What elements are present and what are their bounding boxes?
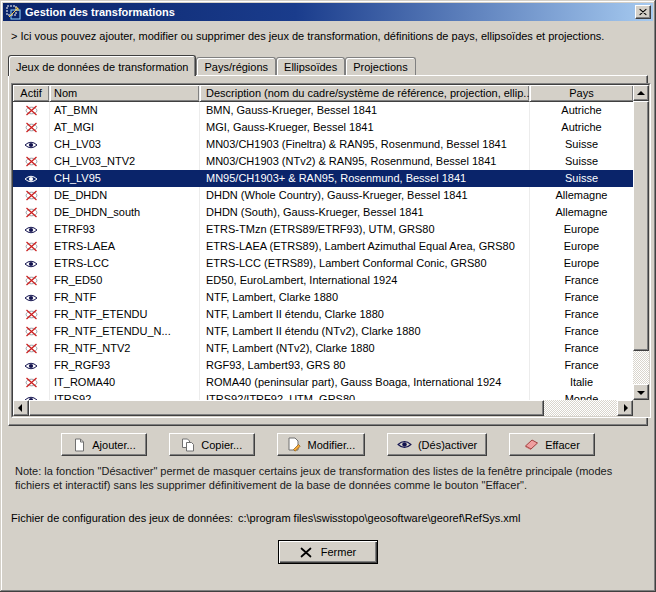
dataset-description: DHDN (Whole Country), Gauss-Krueger, Bes… bbox=[200, 187, 530, 204]
copy-button[interactable]: Copier... bbox=[169, 433, 255, 456]
eye-icon bbox=[24, 174, 38, 184]
scroll-down-button[interactable] bbox=[633, 384, 649, 400]
active-status-cell bbox=[13, 102, 50, 119]
active-status-cell bbox=[13, 289, 50, 306]
dataset-name: FR_NTF_NTV2 bbox=[50, 340, 200, 357]
disabled-cross-icon bbox=[25, 105, 38, 116]
dataset-description: RGF93, Lambert93, GRS 80 bbox=[200, 357, 530, 374]
dataset-name: FR_ED50 bbox=[50, 272, 200, 289]
scrollbar-corner bbox=[633, 400, 649, 416]
disabled-cross-icon bbox=[25, 309, 38, 320]
scroll-right-button[interactable] bbox=[617, 400, 633, 416]
dataset-name: AT_BMN bbox=[50, 102, 200, 119]
table-row[interactable]: AT_BMNBMN, Gauss-Krueger, Bessel 1841Aut… bbox=[13, 102, 633, 119]
dataset-name: ETRF93 bbox=[50, 221, 200, 238]
table-row[interactable]: DE_DHDN_southDHDN (South), Gauss-Krueger… bbox=[13, 204, 633, 221]
scroll-up-button[interactable] bbox=[633, 85, 649, 101]
table-row[interactable]: DE_DHDNDHDN (Whole Country), Gauss-Krueg… bbox=[13, 187, 633, 204]
table-row[interactable]: FR_RGF93RGF93, Lambert93, GRS 80France bbox=[13, 357, 633, 374]
edit-icon bbox=[287, 437, 302, 452]
table-row[interactable]: FR_NTF_NTV2NTF, Lambert (NTv2), Clarke 1… bbox=[13, 340, 633, 357]
table-row[interactable]: ETRF93ETRS-TMzn (ETRS89/ETRF93), UTM, GR… bbox=[13, 221, 633, 238]
dataset-name: CH_LV03_NTV2 bbox=[50, 153, 200, 170]
arrow-left-icon bbox=[18, 404, 22, 412]
column-headers: Actif Nom Description (nom du cadre/syst… bbox=[13, 85, 633, 102]
dataset-description: NTF, Lambert, Clarke 1880 bbox=[200, 289, 530, 306]
horizontal-scroll-track[interactable] bbox=[29, 400, 617, 416]
dataset-description: NTF, Lambert II étendu (NTv2), Clarke 18… bbox=[200, 323, 530, 340]
close-button-label: Fermer bbox=[321, 546, 356, 558]
table-row[interactable]: FR_ED50ED50, EuroLambert, International … bbox=[13, 272, 633, 289]
modify-button[interactable]: Modifier... bbox=[277, 433, 366, 456]
table-row[interactable]: ITRS92ITRS92/ITRF92, UTM, GRS80Monde bbox=[13, 391, 633, 400]
dataset-country: Europe bbox=[530, 221, 633, 238]
close-dialog-button[interactable]: Fermer bbox=[278, 540, 378, 564]
vertical-scroll-thumb[interactable] bbox=[633, 101, 649, 351]
table-row[interactable]: FR_NTF_ETENDU_N...NTF, Lambert II étendu… bbox=[13, 323, 633, 340]
toggle-button-label: (Dés)activer bbox=[418, 439, 477, 451]
copy-icon bbox=[181, 438, 195, 452]
table-row[interactable]: CH_LV03MN03/CH1903 (Fineltra) & RAN95, R… bbox=[13, 136, 633, 153]
dataset-name: AT_MGI bbox=[50, 119, 200, 136]
copy-button-label: Copier... bbox=[201, 439, 242, 451]
dataset-country: France bbox=[530, 289, 633, 306]
close-x-icon bbox=[300, 547, 312, 558]
horizontal-scroll-thumb[interactable] bbox=[29, 400, 544, 416]
table-row-selected[interactable]: CH_LV95MN95/CH1903+ & RAN95, Rosenmund, … bbox=[13, 170, 633, 187]
dataset-name: ETRS-LCC bbox=[50, 255, 200, 272]
add-button[interactable]: Ajouter... bbox=[61, 433, 147, 456]
list-body: AT_BMNBMN, Gauss-Krueger, Bessel 1841Aut… bbox=[13, 102, 633, 400]
dataset-country: Italie bbox=[530, 374, 633, 391]
header-description[interactable]: Description (nom du cadre/système de réf… bbox=[200, 85, 530, 102]
disabled-cross-icon bbox=[25, 190, 38, 201]
dataset-description: MN03/CH1903 (Fineltra) & RAN95, Rosenmun… bbox=[200, 136, 530, 153]
active-status-cell bbox=[13, 136, 50, 153]
tab-pays-regions[interactable]: Pays/régions bbox=[196, 57, 276, 75]
dataset-description: ED50, EuroLambert, International 1924 bbox=[200, 272, 530, 289]
dataset-description: ROMA40 (peninsular part), Gauss Boaga, I… bbox=[200, 374, 530, 391]
close-icon bbox=[639, 8, 647, 16]
header-pays[interactable]: Pays bbox=[530, 85, 633, 102]
table-row[interactable]: AT_MGIMGI, Gauss-Krueger, Bessel 1841Aut… bbox=[13, 119, 633, 136]
table-row[interactable]: FR_NTF_ETENDUNTF, Lambert II étendu, Cla… bbox=[13, 306, 633, 323]
table-row[interactable]: ETRS-LCCETRS-LCC (ETRS89), Lambert Confo… bbox=[13, 255, 633, 272]
table-row[interactable]: ETRS-LAEAETRS-LAEA (ETRS89), Lambert Azi… bbox=[13, 238, 633, 255]
header-actif[interactable]: Actif bbox=[13, 85, 50, 102]
active-status-cell bbox=[13, 170, 50, 187]
scroll-left-button[interactable] bbox=[13, 400, 29, 416]
vertical-scroll-track[interactable] bbox=[633, 101, 649, 384]
dataset-name: FR_RGF93 bbox=[50, 357, 200, 374]
delete-button[interactable]: Effacer bbox=[509, 433, 595, 456]
eye-icon bbox=[397, 439, 412, 450]
horizontal-scrollbar[interactable] bbox=[13, 400, 633, 416]
active-status-cell bbox=[13, 391, 50, 400]
active-status-cell bbox=[13, 153, 50, 170]
header-nom[interactable]: Nom bbox=[50, 85, 200, 102]
table-row[interactable]: IT_ROMA40ROMA40 (peninsular part), Gauss… bbox=[13, 374, 633, 391]
disabled-cross-icon bbox=[25, 207, 38, 218]
dataset-description: NTF, Lambert II étendu, Clarke 1880 bbox=[200, 306, 530, 323]
dataset-country: Europe bbox=[530, 238, 633, 255]
app-icon bbox=[6, 5, 21, 20]
arrow-up-icon bbox=[637, 91, 645, 95]
active-status-cell bbox=[13, 374, 50, 391]
table-row[interactable]: FR_NTFNTF, Lambert, Clarke 1880France bbox=[13, 289, 633, 306]
vertical-scrollbar[interactable] bbox=[633, 85, 649, 400]
intro-text: > Ici vous pouvez ajouter, modifier ou s… bbox=[11, 30, 645, 42]
tab-jeux-de-donnees[interactable]: Jeux de données de transformation bbox=[8, 55, 196, 76]
dataset-country: France bbox=[530, 306, 633, 323]
active-status-cell bbox=[13, 357, 50, 374]
disabled-cross-icon bbox=[25, 275, 38, 286]
toggle-active-button[interactable]: (Dés)activer bbox=[387, 433, 487, 456]
dataset-country: France bbox=[530, 340, 633, 357]
config-path: c:\program files\swisstopo\geosoftware\g… bbox=[238, 512, 520, 524]
eye-icon bbox=[24, 293, 38, 303]
table-row[interactable]: CH_LV03_NTV2MN03/CH1903 (NTv2) & RAN95, … bbox=[13, 153, 633, 170]
active-status-cell bbox=[13, 340, 50, 357]
tab-ellipsoides[interactable]: Ellipsoïdes bbox=[276, 57, 345, 75]
tab-projections[interactable]: Projections bbox=[345, 57, 415, 75]
close-button[interactable] bbox=[635, 5, 651, 19]
dataset-name: IT_ROMA40 bbox=[50, 374, 200, 391]
eye-icon bbox=[24, 361, 38, 371]
active-status-cell bbox=[13, 255, 50, 272]
